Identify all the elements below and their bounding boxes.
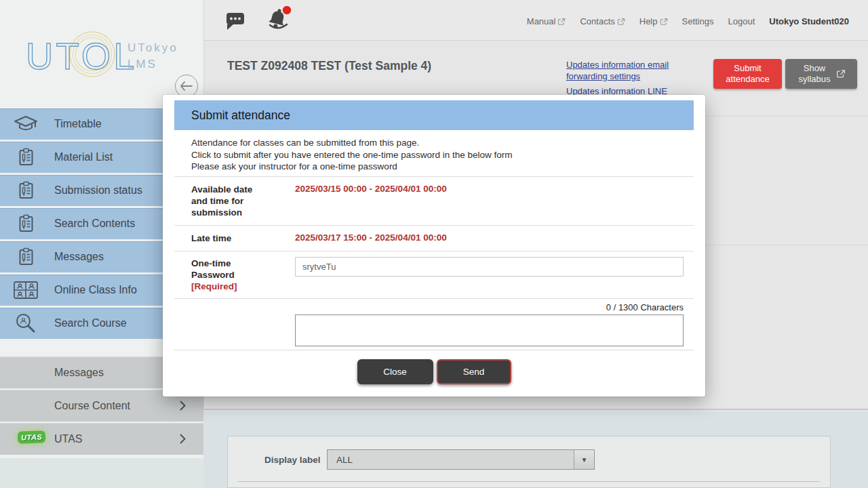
sidebar-item-label: Messages bbox=[54, 251, 104, 263]
external-link-icon bbox=[617, 18, 625, 26]
topbar-link-contacts[interactable]: Contacts bbox=[580, 16, 625, 26]
topbar-link-label: Manual bbox=[527, 16, 556, 26]
display-label-text: Display label bbox=[264, 455, 321, 465]
sidebar-item-label: Material List bbox=[54, 151, 113, 163]
page-lower-area: Display label ALL ▼ bbox=[203, 411, 868, 488]
sidebar-item-label: Search Contents bbox=[54, 218, 135, 230]
external-link-icon bbox=[836, 69, 846, 79]
modal-footer: Close Send bbox=[163, 359, 705, 384]
sidebar-item-label: Timetable bbox=[54, 118, 102, 130]
topbar-link-label: Logout bbox=[728, 16, 755, 26]
panel-divider bbox=[238, 481, 820, 482]
chevron-right-icon bbox=[179, 433, 186, 445]
show-syllabus-button[interactable]: Show syllabus bbox=[785, 59, 857, 89]
modal-row-divider bbox=[174, 298, 694, 299]
sidebar-item-label: Search Course bbox=[54, 317, 127, 329]
chevron-right-icon bbox=[179, 400, 186, 411]
utol-logo: UTOL UTokyo LMS bbox=[24, 27, 183, 80]
topbar-link-settings[interactable]: Settings bbox=[682, 16, 714, 26]
modal-row-divider bbox=[174, 225, 694, 226]
sidebar-item-label: Submission status bbox=[54, 184, 142, 197]
close-button[interactable]: Close bbox=[357, 359, 433, 384]
late-time-value: 2025/03/17 15:00 - 2025/04/01 00:00 bbox=[295, 232, 447, 243]
send-button[interactable]: Send bbox=[437, 359, 511, 384]
sidebar-collapse-button[interactable] bbox=[175, 75, 198, 98]
logo-subtitle-2: LMS bbox=[127, 58, 157, 70]
comment-textarea[interactable] bbox=[295, 314, 684, 346]
external-link-icon bbox=[557, 18, 566, 26]
sidebar-item-label: Online Class Info bbox=[54, 284, 137, 296]
topbar: Manual Contacts Help Settings Logout U bbox=[203, 0, 868, 41]
topbar-link-manual[interactable]: Manual bbox=[527, 16, 566, 26]
user-name: Utokyo Student020 bbox=[769, 16, 849, 26]
external-link-icon bbox=[660, 18, 668, 26]
sidebar-item-label: UTAS bbox=[54, 433, 82, 445]
modal-footer-divider bbox=[174, 350, 694, 350]
modal-header: Submit attendance bbox=[174, 100, 694, 130]
topbar-link-label: Contacts bbox=[580, 16, 614, 26]
submit-attendance-modal: Submit attendance Attendance for classes… bbox=[163, 95, 705, 396]
clipboard-icon bbox=[12, 214, 40, 234]
select-value: ALL bbox=[336, 455, 574, 465]
course-title: TEST Z092408 TEST (Test Sample 4) bbox=[227, 59, 431, 73]
course-header-links: Updates information email forwarding set… bbox=[566, 60, 675, 98]
email-forwarding-settings-link[interactable]: Updates information email forwarding set… bbox=[566, 60, 675, 82]
topbar-links: Manual Contacts Help Settings Logout U bbox=[527, 16, 849, 26]
description-line: Please ask your instructor for a one-tim… bbox=[191, 161, 512, 173]
clipboard-icon bbox=[12, 147, 40, 167]
utol-lms-screen: UTOL UTokyo LMS Timetable Material Li bbox=[0, 0, 868, 488]
character-counter: 0 / 1300 Characters bbox=[295, 302, 684, 312]
logo-subtitle-1: UTokyo bbox=[127, 41, 178, 54]
topbar-link-logout[interactable]: Logout bbox=[728, 16, 755, 26]
available-date-label: Available date and time for submission bbox=[191, 184, 267, 218]
utas-logo-icon: UTAS bbox=[18, 430, 46, 443]
sidebar-item-label: Messages bbox=[54, 367, 104, 379]
modal-description: Attendance for classes can be submitted … bbox=[191, 137, 512, 173]
one-time-password-label: One-time Password [Required] bbox=[191, 258, 259, 292]
chat-bubble-icon[interactable] bbox=[224, 10, 245, 30]
topbar-link-help[interactable]: Help bbox=[639, 16, 668, 26]
clipboard-icon bbox=[12, 247, 40, 267]
show-syllabus-label: Show syllabus bbox=[797, 63, 832, 85]
utol-logo-graphic: UTOL UTokyo LMS bbox=[24, 27, 183, 80]
video-grid-icon bbox=[12, 280, 40, 300]
modal-row-divider bbox=[174, 176, 694, 177]
sidebar-item-label: Course Content bbox=[54, 400, 130, 412]
bell-icon[interactable] bbox=[266, 5, 293, 34]
submit-attendance-button[interactable]: Submit attendance bbox=[713, 59, 782, 89]
description-line: Attendance for classes can be submitted … bbox=[191, 137, 512, 149]
required-tag: [Required] bbox=[191, 281, 259, 292]
sidebar-item-utas[interactable]: UTAS UTAS bbox=[0, 423, 203, 455]
logo-text: UTOL bbox=[26, 35, 137, 77]
clipboard-icon bbox=[12, 180, 40, 201]
modal-row-divider bbox=[174, 251, 694, 251]
dropdown-arrow-icon: ▼ bbox=[574, 450, 594, 469]
one-time-password-label-text: One-time Password bbox=[191, 258, 259, 281]
modal-title: Submit attendance bbox=[191, 108, 290, 123]
available-date-value: 2025/03/15 00:00 - 2025/04/01 00:00 bbox=[295, 184, 447, 194]
back-arrow-icon bbox=[180, 81, 193, 91]
one-time-password-input[interactable] bbox=[295, 257, 684, 277]
topbar-link-label: Settings bbox=[682, 16, 714, 26]
description-line: Click to submit after you have entered t… bbox=[191, 149, 512, 161]
display-label-panel: Display label ALL ▼ bbox=[227, 436, 831, 488]
notification-badge bbox=[283, 6, 291, 14]
topbar-link-label: Help bbox=[639, 16, 658, 26]
magnifier-icon bbox=[12, 312, 40, 335]
late-time-label: Late time bbox=[191, 232, 279, 244]
graduation-cap-icon bbox=[12, 115, 40, 134]
sidebar-footer-area bbox=[0, 458, 203, 488]
display-label-select[interactable]: ALL ▼ bbox=[327, 449, 595, 470]
